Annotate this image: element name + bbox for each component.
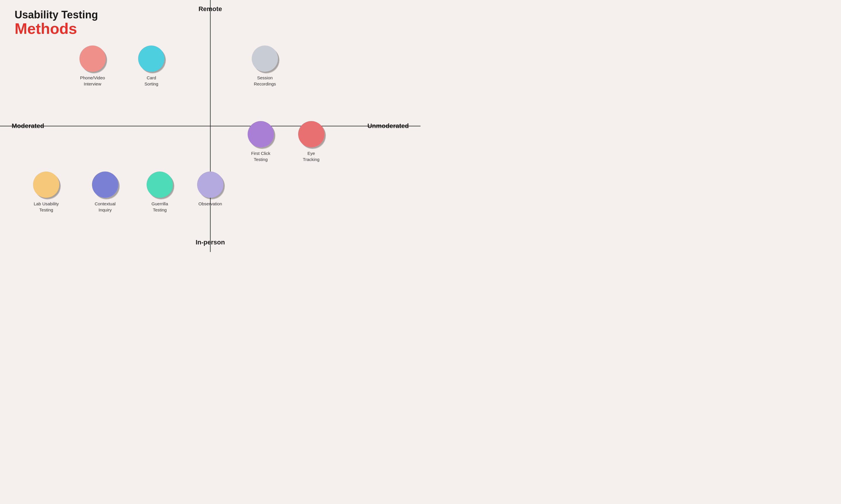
- label-observation: Observation: [199, 201, 222, 207]
- title-line1: Usability Testing: [15, 9, 98, 21]
- label-lab-usability-testing: Lab UsabilityTesting: [34, 201, 59, 213]
- label-inperson: In-person: [196, 238, 225, 246]
- method-phone-video-interview: Phone/VideoInterview: [80, 46, 106, 87]
- method-guerrilla-testing: GuerrillaTesting: [147, 172, 173, 213]
- label-session-recordings: SessionRecordings: [254, 75, 276, 87]
- circle-eye-tracking: [298, 121, 324, 147]
- label-card-sorting: CardSorting: [144, 75, 158, 87]
- method-card-sorting: CardSorting: [138, 46, 165, 87]
- circle-phone-video-interview: [80, 46, 106, 72]
- circle-card-sorting: [138, 46, 165, 72]
- method-first-click-testing: First ClickTesting: [247, 121, 274, 162]
- label-contextual-inquiry: ContextualInquiry: [95, 201, 116, 213]
- circle-guerrilla-testing: [147, 172, 173, 198]
- method-observation: Observation: [197, 172, 223, 207]
- label-moderated: Moderated: [12, 122, 44, 130]
- circle-lab-usability-testing: [33, 172, 59, 198]
- axis-vertical: [210, 0, 210, 252]
- circle-observation: [197, 172, 223, 198]
- method-contextual-inquiry: ContextualInquiry: [92, 172, 118, 213]
- label-first-click-testing: First ClickTesting: [251, 150, 270, 162]
- label-remote: Remote: [199, 5, 222, 13]
- label-eye-tracking: EyeTracking: [303, 150, 320, 162]
- circle-session-recordings: [252, 46, 278, 72]
- label-phone-video-interview: Phone/VideoInterview: [80, 75, 105, 87]
- circle-first-click-testing: [247, 121, 274, 147]
- circle-contextual-inquiry: [92, 172, 118, 198]
- label-unmoderated: Unmoderated: [367, 122, 409, 130]
- title-line2: Methods: [15, 21, 98, 36]
- method-lab-usability-testing: Lab UsabilityTesting: [33, 172, 59, 213]
- method-session-recordings: SessionRecordings: [252, 46, 278, 87]
- title-block: Usability Testing Methods: [15, 9, 98, 36]
- label-guerrilla-testing: GuerrillaTesting: [152, 201, 168, 213]
- method-eye-tracking: EyeTracking: [298, 121, 324, 162]
